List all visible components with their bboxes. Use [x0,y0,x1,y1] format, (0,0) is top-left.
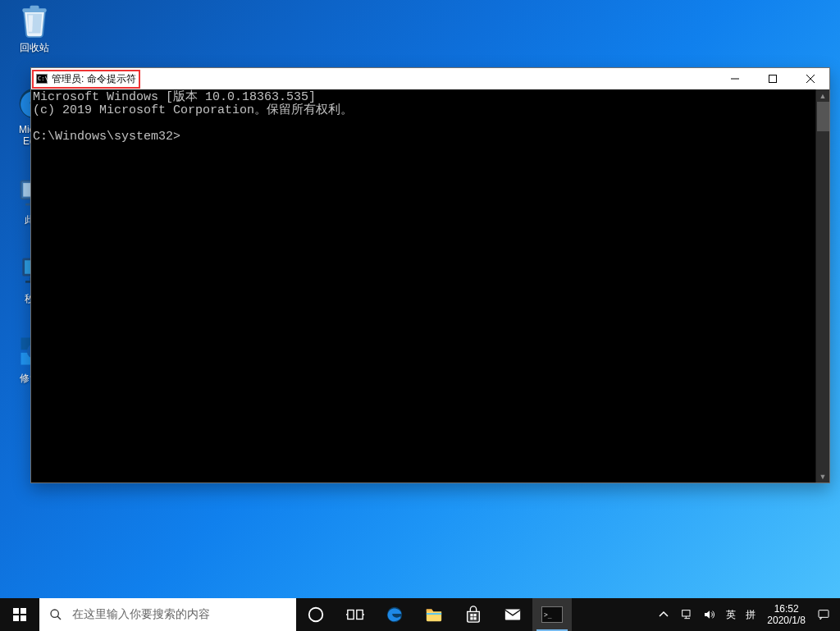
clock-date: 2020/1/8 [767,615,806,626]
cortana-button[interactable] [296,598,336,631]
scroll-up-icon[interactable]: ▲ [817,89,829,102]
cortana-icon [307,606,325,624]
action-center-button[interactable] [812,598,835,631]
cmd-window[interactable]: C:\ 管理员: 命令提示符 Microsoft Windows [版本 10.… [30,67,830,483]
svg-rect-20 [13,615,19,621]
svg-rect-18 [13,608,19,614]
svg-rect-32 [505,610,520,620]
window-title: 管理员: 命令提示符 [52,72,136,86]
svg-rect-29 [473,614,476,616]
svg-rect-17 [769,75,777,83]
desktop-icon-label: 回收站 [20,41,49,55]
console-area[interactable]: Microsoft Windows [版本 10.0.18363.535] (c… [31,89,829,482]
svg-rect-33 [682,610,690,616]
svg-rect-21 [21,615,26,621]
desktop-wallpaper: 回收站 Microsoft Edge 此电 秒关 修复开 C:\ 管理员: 命令… [0,0,840,631]
close-button[interactable] [792,68,829,89]
scroll-down-icon[interactable]: ▼ [817,470,829,482]
ime-mode-label: 拼 [746,609,756,620]
mail-icon [504,606,522,624]
cmd-icon: >_ [541,606,563,623]
clock-time: 16:52 [774,603,799,615]
cmd-icon: C:\ [36,74,48,84]
system-tray: 英 拼 16:52 2020/1/8 [652,598,840,631]
windows-logo-icon [13,608,26,621]
volume-icon [703,608,716,621]
svg-point-23 [309,608,323,622]
task-view-icon [346,606,364,624]
search-icon [39,608,72,621]
task-view-button[interactable] [336,598,375,631]
clock[interactable]: 16:52 2020/1/8 [760,603,812,626]
folder-icon [425,606,443,624]
search-placeholder: 在这里输入你要搜索的内容 [72,607,210,622]
svg-rect-19 [21,608,26,614]
start-button[interactable] [0,598,39,631]
scroll-thumb[interactable] [817,102,829,131]
store-icon [464,606,482,624]
svg-rect-28 [470,614,472,616]
notification-icon [817,608,830,621]
svg-point-22 [51,610,58,617]
tray-volume[interactable] [698,598,721,631]
network-icon [680,608,693,621]
maximize-button[interactable] [754,68,792,89]
svg-rect-27 [427,613,441,615]
svg-rect-31 [473,617,476,620]
taskbar-mail[interactable] [493,598,532,631]
taskbar-edge[interactable] [375,598,414,631]
svg-rect-34 [819,610,829,618]
desktop-icon-recycle-bin[interactable]: 回收站 [3,2,66,55]
svg-rect-24 [348,610,354,620]
taskbar-file-explorer[interactable] [414,598,454,631]
ime-indicator[interactable]: 英 [721,609,741,620]
taskbar: 在这里输入你要搜索的内容 >_ [0,598,840,631]
taskbar-cmd[interactable]: >_ [532,598,572,631]
svg-rect-30 [470,617,472,620]
svg-rect-1 [30,6,39,10]
ime-mode[interactable]: 拼 [741,609,760,620]
tray-network[interactable] [675,598,698,631]
tray-overflow-button[interactable] [652,598,675,631]
recycle-bin-icon [16,2,52,39]
ime-lang: 英 [726,609,736,620]
minimize-button[interactable] [716,68,754,89]
console-text: Microsoft Windows [版本 10.0.18363.535] (c… [31,89,829,145]
vertical-scrollbar[interactable]: ▲ ▼ [815,89,829,482]
search-box[interactable]: 在这里输入你要搜索的内容 [39,598,296,631]
edge-icon [386,606,404,624]
titlebar[interactable]: C:\ 管理员: 命令提示符 [31,68,829,89]
chevron-up-icon [657,608,670,621]
taskbar-store[interactable] [454,598,493,631]
title-left-highlight: C:\ 管理员: 命令提示符 [32,70,140,89]
svg-rect-25 [357,610,363,620]
